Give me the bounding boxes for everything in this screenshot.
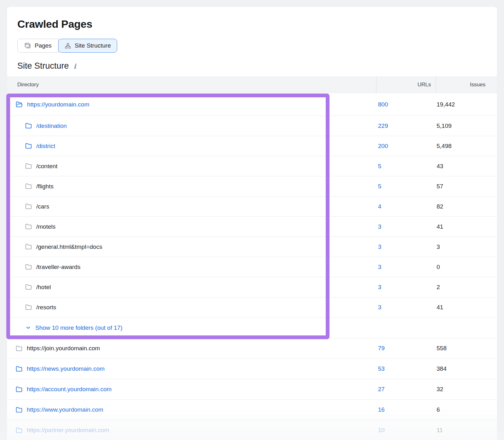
urls-value[interactable]: 3 <box>376 264 436 271</box>
directory-label: /hotel <box>36 284 51 291</box>
issues-value: 558 <box>436 345 497 352</box>
folder-open-icon <box>16 101 23 108</box>
table-header: Directory URLs Issues <box>7 76 497 93</box>
issues-value: 41 <box>436 223 497 230</box>
site-structure-toggle-button[interactable]: Site Structure <box>58 39 117 53</box>
directory-cell: /district <box>7 143 376 150</box>
column-header-issues: Issues <box>436 76 497 93</box>
folder-icon <box>25 183 32 190</box>
table-row: /content 5 43 <box>7 156 497 176</box>
urls-value[interactable]: 16 <box>376 406 436 413</box>
folder-icon <box>25 304 32 311</box>
section-title: Site Structure <box>17 61 69 71</box>
issues-value: 19,442 <box>436 101 497 108</box>
directory-cell: /traveller-awards <box>7 264 376 271</box>
urls-value[interactable]: 3 <box>376 223 436 230</box>
directory-cell: https://www.yourdomain.com <box>7 406 376 413</box>
show-more-label[interactable]: Show 10 more folders (out of 17) <box>35 324 123 331</box>
issues-value: 0 <box>436 264 497 271</box>
table-row: /hotel 3 2 <box>7 277 497 297</box>
site-structure-toggle-label: Site Structure <box>75 42 111 49</box>
urls-value[interactable]: 5 <box>376 183 436 190</box>
directory-cell: /flights <box>7 183 376 190</box>
directory-label[interactable]: https://yourdomain.com <box>27 101 89 108</box>
folder-icon <box>25 203 32 210</box>
directory-label[interactable]: https://www.yourdomain.com <box>27 406 103 413</box>
directory-label[interactable]: https://partner.yourdomain.com <box>27 427 109 434</box>
issues-value: 384 <box>436 365 497 372</box>
directory-label: https://join.yourdomain.com <box>27 345 100 352</box>
column-header-directory: Directory <box>7 76 376 93</box>
directory-cell: https://join.yourdomain.com <box>7 345 376 352</box>
urls-value[interactable]: 5 <box>376 163 436 170</box>
page-background: Crawled Pages Pages <box>0 0 504 440</box>
issues-value: 2 <box>436 284 497 291</box>
urls-value[interactable]: 79 <box>376 345 436 352</box>
column-header-urls: URLs <box>376 76 436 93</box>
directory-cell: /cars <box>7 203 376 210</box>
issues-value: 5,109 <box>436 123 497 129</box>
table-row: /traveller-awards 3 0 <box>7 257 497 277</box>
directory-cell: https://partner.yourdomain.com <box>7 427 376 434</box>
directory-label: /cars <box>36 203 49 210</box>
urls-value[interactable]: 3 <box>376 304 436 311</box>
folder-icon <box>16 386 22 393</box>
issues-value: 82 <box>436 203 497 210</box>
folder-icon <box>25 243 32 250</box>
table-row: /motels 3 41 <box>7 217 497 237</box>
folder-icon <box>25 163 32 169</box>
directory-label: /resorts <box>36 304 56 311</box>
directory-label[interactable]: https://account.yourdomain.com <box>27 386 112 393</box>
directory-label: /flights <box>36 183 54 190</box>
table-row: /district 200 5,498 <box>7 136 497 156</box>
table-row: /resorts 3 41 <box>7 297 497 317</box>
table-row: https://join.yourdomain.com 79 558 <box>7 338 497 359</box>
page-title: Crawled Pages <box>17 17 497 31</box>
directory-label[interactable]: https://news.yourdomain.com <box>27 365 105 372</box>
folder-icon <box>25 123 32 129</box>
directory-cell: https://yourdomain.com <box>7 101 376 108</box>
folder-icon <box>25 284 32 290</box>
directory-label[interactable]: /destination <box>36 123 67 129</box>
pages-icon <box>24 42 31 49</box>
table-row: /destination 229 5,109 <box>7 116 497 136</box>
urls-value[interactable]: 229 <box>376 123 436 129</box>
urls-value[interactable]: 3 <box>376 243 436 250</box>
directory-cell: https://account.yourdomain.com <box>7 386 376 393</box>
table-row: https://account.yourdomain.com 27 32 <box>7 379 497 400</box>
issues-value: 11 <box>436 427 497 434</box>
directory-cell: /destination <box>7 123 376 129</box>
sitemap-icon <box>65 43 71 49</box>
directory-cell: /general.html&tmpl=docs <box>7 243 376 250</box>
issues-value: 41 <box>436 304 497 311</box>
issues-value: 57 <box>436 183 497 190</box>
show-more-row[interactable]: Show 10 more folders (out of 17) <box>7 317 497 338</box>
table-row: https://news.yourdomain.com 53 384 <box>7 359 497 379</box>
folder-icon <box>16 366 22 372</box>
directory-label[interactable]: /district <box>36 143 55 150</box>
urls-value[interactable]: 10 <box>376 427 436 434</box>
issues-value: 5,498 <box>436 143 497 150</box>
directory-label: /general.html&tmpl=docs <box>36 243 102 250</box>
table-row: https://partner.yourdomain.com 10 11 <box>7 420 497 440</box>
directory-cell: /content <box>7 163 376 170</box>
info-icon[interactable]: i <box>74 62 76 70</box>
urls-value[interactable]: 53 <box>376 365 436 372</box>
pages-toggle-button[interactable]: Pages <box>17 39 59 53</box>
directory-cell: https://news.yourdomain.com <box>7 365 376 372</box>
issues-value: 6 <box>436 406 497 413</box>
urls-value[interactable]: 800 <box>376 101 436 108</box>
site-structure-table: Directory URLs Issues https://yourdomain… <box>7 76 497 440</box>
urls-value[interactable]: 4 <box>376 203 436 210</box>
urls-value[interactable]: 3 <box>376 284 436 291</box>
urls-value[interactable]: 200 <box>376 143 436 150</box>
folder-icon <box>25 143 32 149</box>
view-toggle: Pages Site Structure <box>17 39 117 53</box>
table-row: https://www.yourdomain.com 16 6 <box>7 400 497 420</box>
urls-value[interactable]: 27 <box>376 386 436 393</box>
pages-toggle-label: Pages <box>35 42 52 49</box>
issues-value: 3 <box>436 243 497 250</box>
folder-icon <box>25 264 32 270</box>
directory-label: /content <box>36 163 58 170</box>
folder-icon <box>16 427 22 434</box>
